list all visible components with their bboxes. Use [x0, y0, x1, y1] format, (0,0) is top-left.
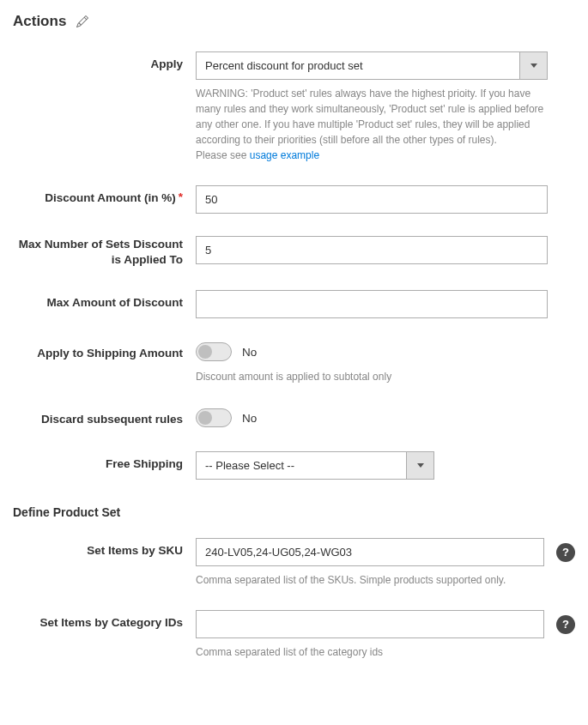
section-title: Actions — [13, 13, 66, 30]
max-amount-input[interactable] — [196, 290, 548, 318]
edit-icon[interactable] — [76, 15, 88, 27]
max-sets-input[interactable] — [196, 236, 548, 264]
max-amount-label: Max Amount of Discount — [13, 290, 196, 309]
set-category-note: Comma separated list of the category ids — [196, 644, 548, 660]
help-icon[interactable]: ? — [556, 615, 575, 634]
apply-shipping-label: Apply to Shipping Amount — [13, 341, 196, 359]
apply-select-button[interactable] — [519, 51, 548, 80]
help-icon[interactable]: ? — [556, 543, 575, 562]
required-mark-icon: * — [179, 190, 183, 203]
free-shipping-select[interactable]: -- Please Select -- — [196, 451, 434, 480]
apply-select-display: Percent discount for product set — [196, 51, 519, 80]
product-set-title: Define Product Set — [13, 505, 575, 519]
usage-example-link[interactable]: usage example — [250, 149, 319, 161]
apply-shipping-state: No — [242, 346, 257, 359]
free-shipping-select-button[interactable] — [406, 451, 434, 480]
set-sku-input[interactable] — [196, 538, 544, 566]
apply-shipping-note: Discount amount is applied to subtotal o… — [196, 369, 548, 384]
discard-rules-toggle[interactable] — [196, 408, 232, 427]
discard-rules-state: No — [242, 412, 257, 425]
apply-note: WARNING: 'Product set' rules always have… — [196, 86, 548, 163]
free-shipping-label: Free Shipping — [13, 451, 196, 470]
apply-label: Apply — [13, 51, 196, 70]
set-sku-note: Comma separated list of the SKUs. Simple… — [196, 572, 548, 588]
discount-amount-label: Discount Amount (in %)* — [13, 185, 196, 204]
apply-select[interactable]: Percent discount for product set — [196, 51, 548, 80]
set-category-label: Set Items by Category IDs — [13, 610, 196, 629]
set-category-input[interactable] — [196, 610, 544, 638]
max-sets-label: Max Number of Sets Discount is Applied T… — [13, 236, 196, 268]
apply-shipping-toggle[interactable] — [196, 342, 232, 361]
set-sku-label: Set Items by SKU — [13, 538, 196, 557]
discard-rules-label: Discard subsequent rules — [13, 407, 196, 426]
free-shipping-display: -- Please Select -- — [196, 451, 406, 480]
discount-amount-input[interactable] — [196, 185, 548, 214]
